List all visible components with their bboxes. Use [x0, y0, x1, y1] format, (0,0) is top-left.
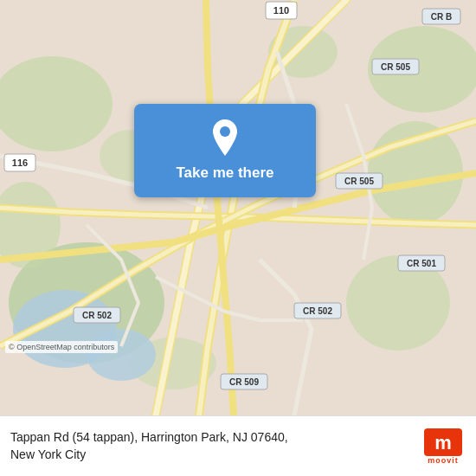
- moovit-m-icon: m: [424, 428, 462, 456]
- svg-text:CR 502: CR 502: [82, 311, 112, 320]
- take-me-there-label: Take me there: [176, 164, 273, 182]
- address-line1: Tappan Rd (54 tappan), Harrington Park, …: [10, 429, 412, 447]
- svg-point-11: [87, 329, 156, 381]
- svg-point-30: [220, 126, 230, 137]
- svg-text:m: m: [434, 432, 452, 453]
- openstreetmap-credit: © OpenStreetMap contributors: [5, 341, 118, 353]
- location-pin-icon: [209, 119, 241, 158]
- moovit-logo: m moovit: [421, 428, 466, 465]
- svg-text:CR 509: CR 509: [229, 377, 259, 387]
- map-area: 110 116 CR B CR 505 CR 505 CR 501 CR 502…: [0, 0, 476, 415]
- svg-text:CR 501: CR 501: [407, 259, 436, 268]
- svg-text:CR 502: CR 502: [303, 306, 332, 316]
- svg-text:110: 110: [273, 5, 289, 16]
- svg-text:116: 116: [12, 158, 28, 168]
- moovit-wordmark: moovit: [428, 456, 459, 465]
- take-me-there-button[interactable]: Take me there: [134, 104, 316, 197]
- svg-text:CR 505: CR 505: [381, 62, 410, 72]
- svg-text:CR B: CR B: [431, 12, 452, 22]
- address-line2: New York City: [10, 447, 412, 464]
- address-text: Tappan Rd (54 tappan), Harrington Park, …: [10, 429, 412, 463]
- bottom-bar: Tappan Rd (54 tappan), Harrington Park, …: [0, 415, 476, 476]
- button-overlay: Take me there: [130, 104, 320, 197]
- svg-text:CR 505: CR 505: [344, 177, 374, 186]
